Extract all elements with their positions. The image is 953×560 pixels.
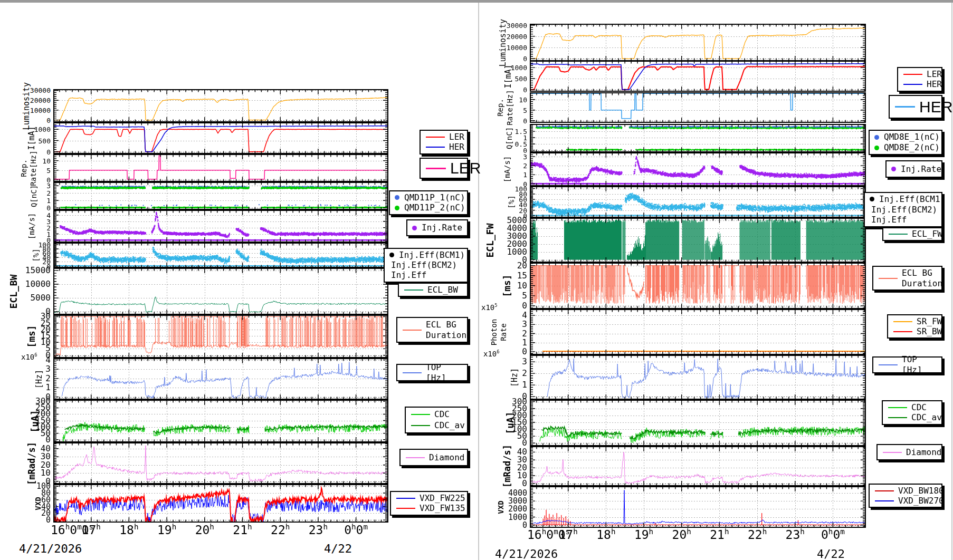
x-tick-unit: h bbox=[763, 527, 767, 536]
legend-ring[interactable]: HER bbox=[889, 95, 942, 119]
legend-line-sample bbox=[895, 106, 915, 108]
x-tick-label: 21h bbox=[710, 529, 729, 541]
legend-line-sample bbox=[426, 168, 446, 169]
x-tick-label: 0h0m bbox=[821, 529, 845, 541]
legend-label: Inj.Eff bbox=[871, 215, 907, 225]
legend-cdc[interactable]: CDCCDC_av bbox=[882, 400, 942, 425]
x-tick-label: 23h bbox=[786, 529, 805, 541]
y-tick-label: 20 bbox=[497, 262, 527, 270]
legend-label: VXD_FW135 bbox=[420, 503, 465, 514]
x-tick-unit: m bbox=[554, 527, 558, 536]
pad-top-rate[interactable] bbox=[529, 354, 866, 400]
legend-beam-currents[interactable]: LERHER bbox=[420, 130, 468, 155]
pad-charge[interactable] bbox=[529, 123, 866, 153]
x-tick-value: 22 bbox=[748, 528, 763, 542]
legend-label: SR_FW bbox=[917, 316, 942, 327]
legend-sr[interactable]: SR_FWSR_BW bbox=[887, 314, 942, 339]
legend-diamond[interactable]: Diamond bbox=[399, 449, 468, 466]
pad-inj-rate[interactable] bbox=[529, 152, 866, 187]
x-tick-label: 19h bbox=[634, 529, 653, 541]
y-tick-label: 4 bbox=[497, 311, 527, 320]
legend-entry: LER bbox=[423, 132, 465, 142]
x-tick-value: 0 bbox=[833, 528, 840, 542]
axis-scale-label: x105 bbox=[481, 304, 498, 311]
scale-mantissa: x10 bbox=[483, 350, 497, 358]
legend-inj-rate[interactable]: Inj.Rate bbox=[885, 160, 942, 178]
legend-label: ECL_FW bbox=[912, 229, 942, 239]
legend-label: HER bbox=[449, 142, 464, 152]
pad-ecl-fw[interactable] bbox=[529, 217, 866, 263]
legend-entry: LER bbox=[900, 69, 939, 80]
legend-entry: Inj.Rate bbox=[889, 162, 939, 176]
legend-line-sample bbox=[426, 147, 445, 148]
x-tick-value: 18 bbox=[596, 528, 611, 542]
legend-inj-eff[interactable]: Inj.Eff(BCM1)Inj.Eff(BCM2)Inj.Eff bbox=[384, 248, 468, 283]
pad-ecl-bg-duration[interactable] bbox=[529, 262, 866, 310]
x-tick-value: 20 bbox=[672, 528, 687, 542]
legend-label: ECL BG Duration bbox=[426, 320, 466, 341]
x-tick-value: 0 bbox=[821, 528, 828, 542]
pad-cdc-current[interactable] bbox=[529, 399, 866, 447]
legend-diamond[interactable]: Diamond bbox=[876, 444, 942, 460]
legend-line-sample bbox=[403, 330, 422, 331]
panel-divider bbox=[478, 3, 479, 560]
legend-label: QMD11P_1(nC) bbox=[404, 192, 465, 203]
y-axis-label: Rep. bbox=[497, 99, 504, 117]
legend-qmd[interactable]: QMD8E_1(nC)QMD8E_2(nC) bbox=[869, 130, 942, 155]
y-tick-label: 1 bbox=[497, 171, 527, 178]
y-tick-label: 3 bbox=[497, 153, 527, 160]
x-tick-value: 21 bbox=[710, 528, 725, 542]
legend-entry: Inj.Eff bbox=[867, 215, 939, 225]
legend-vxd[interactable]: VXD_BW180VXD_BW270 bbox=[869, 484, 942, 508]
pad-photon-rate[interactable] bbox=[529, 308, 866, 355]
y-tick-label: 1000 bbox=[497, 513, 527, 521]
x-tick-unit: h bbox=[725, 527, 729, 536]
x-tick-label: 18h bbox=[596, 529, 615, 541]
scale-exponent: 6 bbox=[497, 349, 499, 354]
legend-top[interactable]: TOP [Hz] bbox=[872, 356, 942, 373]
legend-vxd[interactable]: VXD_FW225VXD_FW135 bbox=[390, 491, 468, 516]
legend-ecl-bw[interactable]: ECL_BW bbox=[398, 283, 468, 297]
legend-inj-eff[interactable]: Inj.Eff(BCM1)Inj.Eff(BCM2)Inj.Eff bbox=[864, 192, 942, 227]
legend-entry: SR_FW bbox=[890, 316, 939, 326]
legend-label: ECL_BW bbox=[427, 285, 458, 295]
legend-label: CDC bbox=[434, 409, 450, 420]
legend-entry: VXD_BW270 bbox=[872, 496, 939, 506]
legend-qmd[interactable]: QMD11P_1(nC)QMD11P_2(nC) bbox=[389, 190, 468, 215]
pad-luminosity[interactable] bbox=[529, 23, 866, 62]
y-axis-label: Photon bbox=[490, 318, 498, 345]
y-axis-label: [Hz] bbox=[511, 368, 519, 387]
pad-current[interactable] bbox=[529, 60, 866, 92]
y-axis-label: [uA] bbox=[506, 411, 515, 434]
legend-entry: ECL_FW bbox=[885, 229, 939, 239]
legend-entry: QMD11P_1(nC) bbox=[392, 192, 465, 203]
legend-entry: TOP [Hz] bbox=[875, 359, 939, 371]
legend-line-sample bbox=[411, 414, 430, 415]
legend-line-sample bbox=[426, 137, 445, 138]
window-right-border bbox=[951, 3, 952, 560]
legend-line-sample bbox=[903, 84, 922, 85]
legend-dot-marker bbox=[891, 167, 896, 171]
legend-ecl-bg[interactable]: ECL BG Duration bbox=[872, 266, 942, 291]
legend-line-sample bbox=[888, 417, 907, 418]
legend-label: Inj.Eff bbox=[391, 270, 426, 281]
axis-scale-label: x106 bbox=[483, 350, 500, 358]
legend-label: CDC_av bbox=[911, 412, 942, 423]
pad-diamond[interactable] bbox=[529, 446, 866, 487]
y-axis-label: Luminosity bbox=[499, 18, 507, 66]
legend-inj-rate[interactable]: Inj.Rate bbox=[406, 219, 468, 236]
legend-cdc[interactable]: CDCCDC_av bbox=[405, 407, 468, 433]
pad-rep-rate[interactable] bbox=[529, 92, 866, 123]
x-tick-unit: h bbox=[649, 527, 654, 536]
legend-ecl-fw[interactable]: ECL_FW bbox=[882, 227, 942, 241]
legend-dot-marker bbox=[389, 253, 394, 257]
pad-vxd-dose[interactable] bbox=[529, 486, 866, 528]
legend-ring[interactable]: LER bbox=[420, 158, 468, 179]
legend-beam-currents[interactable]: LERHER bbox=[897, 67, 942, 92]
y-tick-label: 3000 bbox=[497, 232, 527, 240]
legend-ecl-bg[interactable]: ECL BG Duration bbox=[396, 317, 468, 343]
legend-line-sample bbox=[889, 234, 908, 235]
legend-label: SR_BW bbox=[917, 326, 942, 337]
legend-top[interactable]: TOP [Hz] bbox=[396, 364, 468, 381]
pad-inj-eff[interactable] bbox=[529, 186, 866, 218]
